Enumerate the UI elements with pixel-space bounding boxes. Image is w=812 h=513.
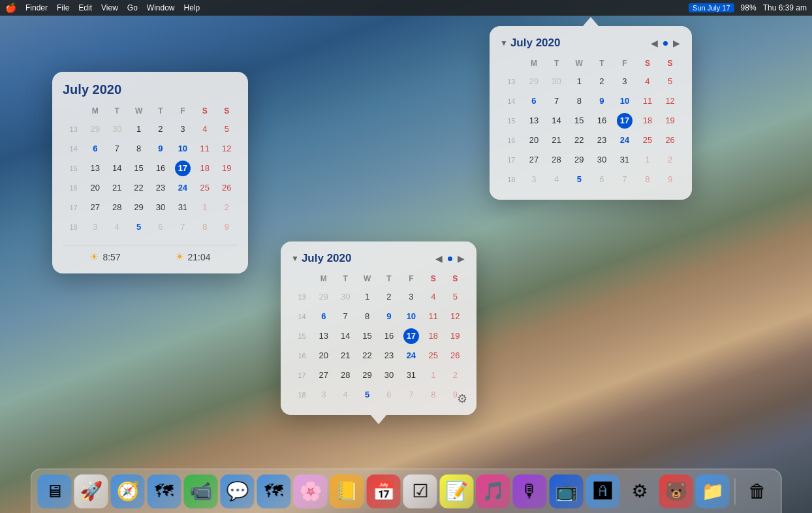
dock-icon-calendar[interactable]: 📅 bbox=[367, 474, 401, 508]
next-month-btn-2[interactable]: ▶ bbox=[456, 253, 466, 264]
dock-icon-trash[interactable]: 🗑 bbox=[741, 474, 775, 508]
calendar-day[interactable]: 5 bbox=[568, 170, 591, 189]
calendar-day[interactable]: 9 bbox=[149, 139, 171, 159]
dock-icon-systemprefs[interactable]: ⚙ bbox=[623, 474, 657, 508]
calendar-day[interactable]: 23 bbox=[378, 346, 399, 365]
calendar-day[interactable]: 2 bbox=[216, 198, 238, 217]
calendar-day[interactable]: 16 bbox=[591, 111, 614, 131]
calendar-day[interactable]: 1 bbox=[422, 365, 444, 385]
calendar-day[interactable]: 19 bbox=[216, 159, 238, 178]
calendar-day[interactable]: 3 bbox=[613, 72, 636, 91]
dropdown-arrow-2[interactable]: ▼ bbox=[291, 254, 299, 263]
calendar-day[interactable]: 21 bbox=[545, 131, 568, 150]
calendar-day[interactable]: 3 bbox=[400, 287, 423, 307]
calendar-day[interactable]: 30 bbox=[149, 198, 171, 217]
calendar-day[interactable]: 7 bbox=[172, 217, 195, 237]
calendar-day[interactable]: 5 bbox=[128, 217, 149, 237]
calendar-day[interactable]: 13 bbox=[523, 111, 546, 131]
calendar-day[interactable]: 30 bbox=[545, 72, 568, 91]
calendar-day[interactable]: 18 bbox=[194, 159, 215, 178]
calendar-day[interactable]: 6 bbox=[591, 170, 614, 189]
calendar-day[interactable]: 17 bbox=[172, 159, 195, 178]
calendar-day[interactable]: 24 bbox=[172, 178, 195, 198]
prev-month-btn-2[interactable]: ◀ bbox=[434, 253, 444, 264]
calendar-day[interactable]: 12 bbox=[659, 91, 681, 111]
calendar-day[interactable]: 8 bbox=[636, 170, 659, 189]
view-menu[interactable]: View bbox=[101, 3, 118, 12]
calendar-day[interactable]: 26 bbox=[659, 131, 681, 150]
calendar-day[interactable]: 25 bbox=[422, 346, 444, 365]
calendar-day[interactable]: 14 bbox=[106, 159, 127, 178]
next-month-btn[interactable]: ▶ bbox=[672, 38, 681, 48]
calendar-day[interactable]: 8 bbox=[128, 139, 149, 159]
calendar-day[interactable]: 28 bbox=[106, 198, 127, 217]
calendar-day[interactable]: 25 bbox=[194, 178, 215, 198]
calendar-day[interactable]: 5 bbox=[216, 119, 238, 139]
calendar-day[interactable]: 4 bbox=[636, 72, 659, 91]
calendar-day[interactable]: 2 bbox=[378, 287, 399, 307]
calendar-day[interactable]: 4 bbox=[194, 119, 215, 139]
dropdown-arrow[interactable]: ▼ bbox=[500, 39, 508, 48]
calendar-day[interactable]: 1 bbox=[356, 287, 378, 307]
calendar-day[interactable]: 10 bbox=[400, 307, 423, 326]
calendar-day[interactable]: 23 bbox=[591, 131, 614, 150]
calendar-day[interactable]: 3 bbox=[523, 170, 546, 189]
calendar-day[interactable]: 31 bbox=[172, 198, 195, 217]
calendar-day[interactable]: 24 bbox=[613, 131, 636, 150]
calendar-day[interactable]: 24 bbox=[400, 346, 423, 365]
calendar-day[interactable]: 31 bbox=[613, 150, 636, 170]
dock-icon-music[interactable]: 🎵 bbox=[476, 474, 510, 508]
calendar-day[interactable]: 4 bbox=[334, 385, 356, 405]
prev-month-btn[interactable]: ◀ bbox=[649, 38, 659, 48]
calendar-day[interactable]: 5 bbox=[659, 72, 681, 91]
calendar-day[interactable]: 29 bbox=[568, 150, 591, 170]
calendar-day[interactable]: 20 bbox=[523, 131, 546, 150]
calendar-day[interactable]: 29 bbox=[313, 287, 334, 307]
dock-icon-podcasts[interactable]: 🎙 bbox=[513, 474, 547, 508]
calendar-day[interactable]: 25 bbox=[636, 131, 659, 150]
calendar-day[interactable]: 15 bbox=[568, 111, 591, 131]
calendar-day[interactable]: 2 bbox=[149, 119, 171, 139]
edit-menu[interactable]: Edit bbox=[78, 3, 92, 12]
calendar-day[interactable]: 30 bbox=[106, 119, 127, 139]
calendar-day[interactable]: 3 bbox=[313, 385, 334, 405]
calendar-day[interactable]: 21 bbox=[334, 346, 356, 365]
gear-button[interactable]: ⚙ bbox=[457, 392, 467, 406]
calendar-day[interactable]: 8 bbox=[568, 91, 591, 111]
dock-icon-appstore[interactable]: 🅰 bbox=[586, 474, 620, 508]
calendar-day[interactable]: 9 bbox=[378, 307, 399, 326]
calendar-day[interactable]: 12 bbox=[445, 307, 466, 326]
calendar-day[interactable]: 29 bbox=[356, 365, 378, 385]
calendar-day[interactable]: 5 bbox=[445, 287, 466, 307]
calendar-day[interactable]: 16 bbox=[378, 326, 399, 346]
calendar-day[interactable]: 29 bbox=[84, 119, 106, 139]
calendar-day[interactable]: 26 bbox=[216, 178, 238, 198]
dock-icon-photos[interactable]: 🌸 bbox=[294, 474, 328, 508]
calendar-day[interactable]: 27 bbox=[84, 198, 106, 217]
calendar-day[interactable]: 7 bbox=[613, 170, 636, 189]
calendar-day[interactable]: 4 bbox=[422, 287, 444, 307]
calendar-day[interactable]: 5 bbox=[356, 385, 378, 405]
calendar-day[interactable]: 7 bbox=[545, 91, 568, 111]
calendar-day[interactable]: 29 bbox=[128, 198, 149, 217]
calendar-day[interactable]: 27 bbox=[313, 365, 334, 385]
calendar-day[interactable]: 7 bbox=[106, 139, 127, 159]
calendar-day[interactable]: 17 bbox=[400, 326, 423, 346]
calendar-day[interactable]: 15 bbox=[356, 326, 378, 346]
calendar-day[interactable]: 1 bbox=[636, 150, 659, 170]
calendar-day[interactable]: 22 bbox=[568, 131, 591, 150]
calendar-day[interactable]: 19 bbox=[445, 326, 466, 346]
calendar-day[interactable]: 28 bbox=[334, 365, 356, 385]
calendar-day[interactable]: 21 bbox=[106, 178, 127, 198]
calendar-day[interactable]: 8 bbox=[356, 307, 378, 326]
go-menu[interactable]: Go bbox=[127, 3, 138, 12]
calendar-day[interactable]: 27 bbox=[523, 150, 546, 170]
calendar-day[interactable]: 6 bbox=[84, 139, 106, 159]
dock-icon-rocket[interactable]: 🚀 bbox=[74, 474, 108, 508]
calendar-day[interactable]: 11 bbox=[636, 91, 659, 111]
calendar-day[interactable]: 1 bbox=[128, 119, 149, 139]
calendar-day[interactable]: 20 bbox=[313, 346, 334, 365]
calendar-day[interactable]: 20 bbox=[84, 178, 106, 198]
calendar-day[interactable]: 13 bbox=[84, 159, 106, 178]
calendar-day[interactable]: 1 bbox=[568, 72, 591, 91]
